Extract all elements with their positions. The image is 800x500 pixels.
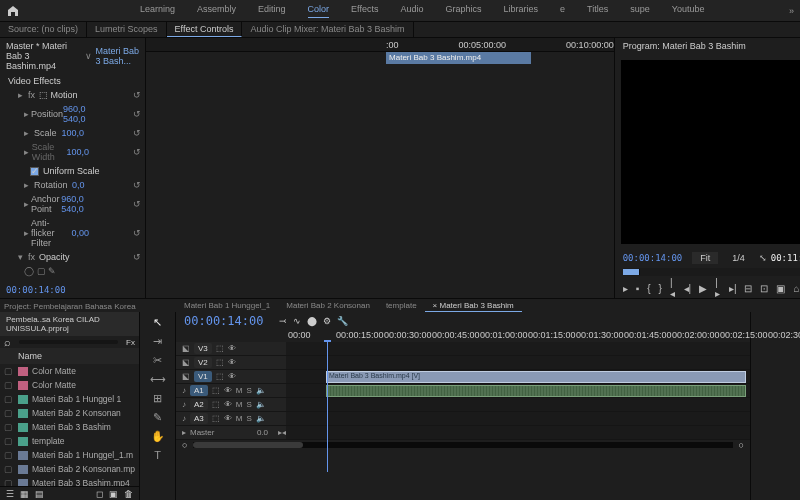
- new-item-icon[interactable]: ▣: [109, 489, 118, 498]
- effect-row[interactable]: ▾fxOpacity↺: [0, 250, 145, 264]
- video-track[interactable]: ⬕V2⬚👁: [176, 356, 750, 370]
- go-in-icon[interactable]: |◂: [670, 277, 676, 299]
- export-frame-icon[interactable]: ▣: [776, 283, 785, 294]
- slip-icon[interactable]: ⊞: [153, 392, 162, 405]
- play-icon[interactable]: ▶: [699, 283, 707, 294]
- timeline-panel: 00:00:14:00 ⤙ ∿ ⬤ ⚙ 🔧 00:0000:00:15:0000…: [176, 312, 750, 500]
- project-item[interactable]: ▢template: [0, 434, 139, 448]
- workspace-tab[interactable]: e: [560, 4, 565, 18]
- effect-row[interactable]: ▸Scale100,0↺: [0, 126, 145, 140]
- effect-row[interactable]: Video Effects: [0, 74, 145, 88]
- effect-row[interactable]: ▸Anti-flicker Filter0,00↺: [0, 216, 145, 250]
- selection-tool-icon[interactable]: ↖: [153, 316, 162, 329]
- step-fwd-icon[interactable]: |▸: [715, 277, 721, 299]
- project-item[interactable]: ▢Materi Bab 2 Konsonan: [0, 406, 139, 420]
- workspace-tab[interactable]: Titles: [587, 4, 608, 18]
- type-icon[interactable]: T: [154, 449, 161, 461]
- trash-icon[interactable]: 🗑: [124, 489, 133, 498]
- snap-icon[interactable]: ⤙: [279, 316, 287, 326]
- effect-ruler[interactable]: :00 00:05:00:00 00:10:00:00: [146, 38, 614, 52]
- sequence-tab[interactable]: × Materi Bab 3 Bashim: [425, 299, 522, 312]
- workspace-tab[interactable]: Audio: [400, 4, 423, 18]
- project-item[interactable]: ▢Color Matte: [0, 364, 139, 378]
- project-item[interactable]: ▢Materi Bab 2 Konsonan.mp: [0, 462, 139, 476]
- playhead[interactable]: [327, 342, 328, 472]
- effect-row[interactable]: ◯ ▢ ✎: [0, 264, 145, 278]
- panel-tab[interactable]: Audio Clip Mixer: Materi Bab 3 Bashim: [242, 22, 413, 37]
- sequence-tab[interactable]: template: [378, 299, 425, 312]
- sequence-tab[interactable]: Materi Bab 2 Konsonan: [278, 299, 378, 312]
- wrench-icon[interactable]: 🔧: [337, 316, 348, 326]
- project-item[interactable]: ▢Materi Bab 3 Bashim: [0, 420, 139, 434]
- audio-track[interactable]: ♪A3⬚👁MS🔈: [176, 412, 750, 426]
- timeline-scrollbar[interactable]: [193, 442, 732, 448]
- fit-dropdown[interactable]: Fit: [692, 252, 718, 264]
- project-tab[interactable]: Project: Pembelajaran Bahasa Korea CILAD: [0, 299, 140, 312]
- marker2-icon[interactable]: ⬤: [307, 316, 317, 326]
- workspace-tab[interactable]: Effects: [351, 4, 378, 18]
- mark-in-icon[interactable]: ▸: [623, 283, 628, 294]
- timeline-timecode[interactable]: 00:00:14:00: [176, 311, 271, 331]
- workspace-tab[interactable]: supe: [630, 4, 650, 18]
- video-track[interactable]: ⬕V3⬚👁: [176, 342, 750, 356]
- new-bin-icon[interactable]: ◻: [96, 489, 103, 498]
- go-out-icon[interactable]: ▸|: [729, 283, 737, 294]
- pen-icon[interactable]: ✎: [153, 411, 162, 424]
- project-search[interactable]: [19, 340, 118, 344]
- effect-row[interactable]: ▸Scale Width100,0↺: [0, 140, 145, 164]
- video-track[interactable]: ⬕V1⬚👁Materi Bab 3 Bashim.mp4 [V]: [176, 370, 750, 384]
- settings-icon[interactable]: ⚙: [323, 316, 331, 326]
- list-view-icon[interactable]: ☰: [6, 489, 14, 498]
- audio-track[interactable]: ♪A2⬚👁MS🔈: [176, 398, 750, 412]
- extract-icon[interactable]: ⊡: [760, 283, 768, 294]
- overflow-icon[interactable]: »: [789, 6, 794, 16]
- program-viewer[interactable]: [621, 60, 800, 244]
- audio-track[interactable]: ♪A1⬚👁MS🔈: [176, 384, 750, 398]
- video-clip[interactable]: Materi Bab 3 Bashim.mp4 [V]: [326, 371, 746, 383]
- razor-icon[interactable]: ⟷: [150, 373, 166, 386]
- timeline-ruler[interactable]: 00:0000:00:15:0000:00:30:0000:00:45:0000…: [176, 330, 750, 342]
- freeform-view-icon[interactable]: ▤: [35, 489, 44, 498]
- workspace-tab[interactable]: Editing: [258, 4, 286, 18]
- effect-row[interactable]: ▸Position960,0 540,0↺: [0, 102, 145, 126]
- workspace-tab[interactable]: Assembly: [197, 4, 236, 18]
- program-scrubber[interactable]: [623, 268, 800, 276]
- lift-icon[interactable]: ⊟: [744, 283, 752, 294]
- fraction-label[interactable]: 1/4: [732, 253, 745, 263]
- project-item[interactable]: ▢Materi Bab 1 Hunggel_1.m: [0, 448, 139, 462]
- effect-row[interactable]: ▸Anchor Point960,0 540,0↺: [0, 192, 145, 216]
- zoom-in-icon[interactable]: ○: [739, 440, 744, 450]
- project-item[interactable]: ▢Materi Bab 3 Bashim.mp4: [0, 476, 139, 486]
- effect-row[interactable]: ✓Uniform Scale: [0, 164, 145, 178]
- workspace-tab[interactable]: Youtube: [672, 4, 705, 18]
- set-in-icon[interactable]: {: [647, 283, 650, 294]
- step-back-icon[interactable]: ◂|: [684, 283, 692, 294]
- panel-tab[interactable]: Lumetri Scopes: [87, 22, 167, 37]
- panel-tab[interactable]: Effect Controls: [167, 22, 243, 37]
- effect-row[interactable]: ▸fx⬚ Motion↺: [0, 88, 145, 102]
- workspace-tab[interactable]: Learning: [140, 4, 175, 18]
- workspace-tab[interactable]: Color: [308, 4, 330, 18]
- workspace-tab[interactable]: Libraries: [504, 4, 539, 18]
- ripple-edit-icon[interactable]: ✂: [153, 354, 162, 367]
- search-icon[interactable]: ⌕: [4, 336, 11, 348]
- project-item[interactable]: ▢Materi Bab 1 Hunggel 1: [0, 392, 139, 406]
- project-item[interactable]: ▢Color Matte: [0, 378, 139, 392]
- hand-icon[interactable]: ✋: [151, 430, 165, 443]
- panel-tab[interactable]: Source: (no clips): [0, 22, 87, 37]
- effect-clip-bar[interactable]: Materi Bab 3 Bashim.mp4: [386, 52, 531, 64]
- project-file[interactable]: Pembela..sa Korea CILAD UNISSULA.prproj: [0, 312, 139, 336]
- camera-icon[interactable]: ⌂: [793, 283, 799, 294]
- marker-icon[interactable]: ▪: [636, 283, 640, 294]
- program-timecode[interactable]: 00:00:14:00: [623, 253, 683, 263]
- home-icon[interactable]: [6, 4, 20, 18]
- audio-clip[interactable]: [326, 385, 746, 397]
- track-select-icon[interactable]: ⇥: [153, 335, 162, 348]
- workspace-tab[interactable]: Graphics: [445, 4, 481, 18]
- zoom-out-icon[interactable]: ○: [182, 440, 187, 450]
- effect-row[interactable]: ▸Rotation0,0↺: [0, 178, 145, 192]
- icon-view-icon[interactable]: ▦: [20, 489, 29, 498]
- set-out-icon[interactable]: }: [659, 283, 662, 294]
- linked-sel-icon[interactable]: ∿: [293, 316, 301, 326]
- name-header[interactable]: Name: [18, 351, 42, 361]
